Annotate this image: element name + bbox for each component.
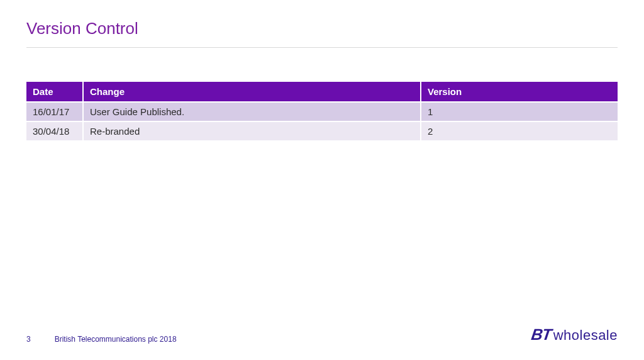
content-area: Date Change Version 16/01/17 User Guide …: [0, 48, 644, 140]
version-table: Date Change Version 16/01/17 User Guide …: [26, 82, 618, 140]
cell-version: 1: [421, 102, 618, 121]
table-header-row: Date Change Version: [26, 82, 618, 102]
header-version: Version: [421, 82, 618, 102]
logo-bt-text: BT: [530, 325, 552, 344]
cell-change: User Guide Published.: [83, 102, 421, 121]
cell-change: Re-branded: [83, 121, 421, 140]
footer-copyright: British Telecommunications plc 2018: [55, 335, 177, 344]
cell-version: 2: [421, 121, 618, 140]
footer: 3 British Telecommunications plc 2018 BT…: [0, 325, 644, 344]
cell-date: 30/04/18: [26, 121, 83, 140]
table-row: 30/04/18 Re-branded 2: [26, 121, 618, 140]
page-number: 3: [26, 335, 31, 344]
footer-left: 3 British Telecommunications plc 2018: [26, 335, 177, 344]
bt-wholesale-logo: BT wholesale: [531, 325, 618, 344]
table-row: 16/01/17 User Guide Published. 1: [26, 102, 618, 121]
header-change: Change: [83, 82, 421, 102]
cell-date: 16/01/17: [26, 102, 83, 121]
logo-wholesale-text: wholesale: [553, 327, 618, 344]
page-title: Version Control: [0, 0, 644, 47]
header-date: Date: [26, 82, 83, 102]
